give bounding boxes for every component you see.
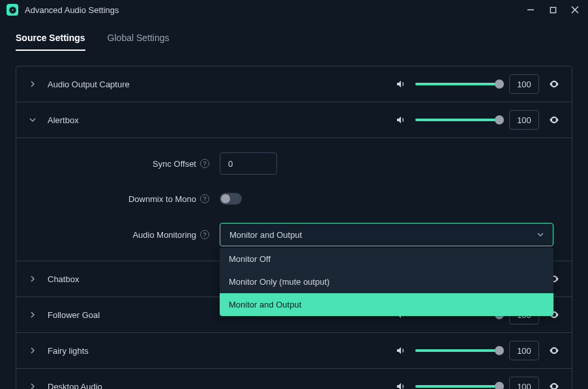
tab-source-settings[interactable]: Source Settings — [16, 33, 85, 51]
source-name-label: Audio Output Capture — [48, 79, 385, 89]
chevron-right-icon[interactable] — [28, 382, 37, 389]
source-row: Audio Output Capture — [16, 66, 572, 102]
volume-slider[interactable] — [415, 119, 500, 121]
monitoring-option-and-output[interactable]: Monitor and Output — [220, 293, 553, 316]
eye-icon[interactable] — [548, 114, 560, 126]
sync-offset-input[interactable] — [220, 152, 277, 175]
chevron-down-icon[interactable] — [28, 115, 37, 124]
setting-downmix-mono: Downmix to Mono ? — [28, 193, 560, 205]
source-row: Fairy lights — [16, 333, 572, 369]
app-icon — [7, 4, 18, 16]
close-button[interactable] — [568, 6, 581, 14]
sources-panel: Audio Output Capture Alertbox — [16, 66, 572, 389]
svg-rect-3 — [550, 7, 555, 12]
eye-icon[interactable] — [548, 381, 560, 389]
window-title: Advanced Audio Settings — [25, 5, 518, 15]
speaker-icon[interactable] — [396, 79, 406, 89]
source-expanded-panel: Sync Offset ? Downmix to Mono ? Audio Mo… — [16, 138, 572, 261]
tabs: Source Settings Global Settings — [16, 33, 572, 51]
volume-input[interactable] — [509, 377, 539, 389]
monitoring-label: Audio Monitoring — [132, 230, 196, 240]
setting-audio-monitoring: Audio Monitoring ? Monitor and Output Mo… — [28, 223, 560, 246]
monitoring-option-off[interactable]: Monitor Off — [220, 248, 553, 270]
slider-thumb[interactable] — [495, 79, 504, 89]
source-row: Desktop Audio — [16, 369, 572, 389]
sync-offset-label: Sync Offset — [153, 159, 196, 169]
titlebar: Advanced Audio Settings — [0, 0, 588, 20]
chevron-right-icon[interactable] — [28, 310, 37, 319]
slider-thumb[interactable] — [495, 382, 504, 389]
chevron-right-icon[interactable] — [28, 79, 37, 89]
slider-thumb[interactable] — [495, 346, 504, 355]
help-icon[interactable]: ? — [200, 194, 209, 203]
volume-input[interactable] — [509, 110, 539, 130]
maximize-button[interactable] — [546, 7, 559, 14]
speaker-icon[interactable] — [396, 381, 406, 389]
volume-input[interactable] — [509, 341, 539, 360]
setting-sync-offset: Sync Offset ? — [28, 152, 560, 175]
chevron-down-icon — [537, 230, 544, 240]
monitoring-select[interactable]: Monitor and Output — [220, 223, 553, 246]
volume-slider[interactable] — [415, 349, 500, 352]
tab-global-settings[interactable]: Global Settings — [108, 33, 169, 51]
downmix-label: Downmix to Mono — [128, 194, 196, 204]
chevron-right-icon[interactable] — [28, 274, 37, 283]
eye-icon[interactable] — [548, 345, 560, 356]
monitoring-dropdown: Monitor Off Monitor Only (mute output) M… — [220, 248, 553, 316]
svg-point-1 — [11, 8, 14, 11]
help-icon[interactable]: ? — [200, 230, 209, 239]
source-name-label: Alertbox — [48, 115, 385, 125]
chevron-right-icon[interactable] — [28, 346, 37, 355]
volume-input[interactable] — [509, 74, 539, 94]
toggle-knob — [221, 194, 230, 203]
source-row: Alertbox — [16, 102, 572, 138]
minimize-button[interactable] — [524, 6, 537, 14]
volume-slider[interactable] — [415, 385, 500, 388]
speaker-icon[interactable] — [396, 115, 406, 125]
volume-slider[interactable] — [415, 83, 500, 85]
source-name-label: Desktop Audio — [48, 382, 385, 390]
monitoring-selected-value: Monitor and Output — [229, 230, 302, 240]
monitoring-option-only[interactable]: Monitor Only (mute output) — [220, 270, 553, 293]
source-name-label: Fairy lights — [48, 346, 385, 356]
help-icon[interactable]: ? — [200, 159, 209, 168]
eye-icon[interactable] — [548, 78, 560, 90]
downmix-toggle[interactable] — [220, 193, 242, 205]
slider-thumb[interactable] — [495, 115, 504, 124]
speaker-icon[interactable] — [396, 345, 406, 356]
